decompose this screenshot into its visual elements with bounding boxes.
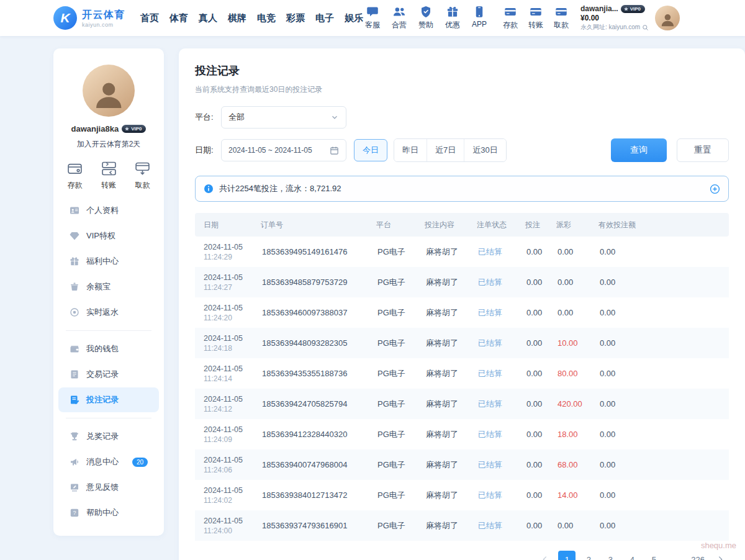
profile-label: 个人资料 bbox=[86, 205, 119, 216]
deposit-button[interactable]: 存款 bbox=[67, 161, 83, 191]
nav-home[interactable]: 首页 bbox=[140, 12, 159, 24]
sidebar-item-transaction-records[interactable]: 交易记录 bbox=[58, 362, 159, 387]
menu-divider bbox=[66, 330, 151, 331]
cell-payout: 18.00 bbox=[556, 426, 598, 443]
yuebao-label: 余额宝 bbox=[86, 281, 111, 292]
message-center-icon bbox=[70, 457, 79, 467]
site-logo[interactable]: K 开云体育 kaiyun.com bbox=[53, 6, 125, 30]
range-last-7-days-button[interactable]: 近7日 bbox=[427, 139, 464, 161]
cell-payout: 10.00 bbox=[556, 335, 598, 351]
main-nav: 首页体育真人棋牌电竞彩票电子娱乐 bbox=[140, 12, 363, 24]
nav-sports[interactable]: 体育 bbox=[169, 12, 188, 24]
next-page-button[interactable] bbox=[711, 551, 729, 560]
sidebar-item-profile[interactable]: 个人资料 bbox=[58, 198, 159, 223]
page-button-5[interactable]: 5 bbox=[645, 551, 662, 560]
cell-bet-amount: 0.00 bbox=[525, 243, 556, 260]
welfare-center-label: 福利中心 bbox=[86, 256, 119, 267]
expand-plus-icon[interactable] bbox=[710, 184, 720, 194]
range-yesterday-button[interactable]: 昨日 bbox=[394, 139, 427, 161]
cell-status: 已结算 bbox=[477, 334, 525, 353]
sidebar-item-help-center[interactable]: ?帮助中心 bbox=[58, 500, 159, 525]
page-button-226[interactable]: 226 bbox=[689, 551, 707, 560]
vip-wing-icon bbox=[124, 126, 130, 132]
bet-time: 11:24:18 bbox=[204, 344, 260, 353]
cell-order-number: 1853639448093282305 bbox=[261, 335, 376, 351]
sidebar-item-yuebao[interactable]: 余额宝 bbox=[58, 274, 159, 299]
bet-time: 11:24:06 bbox=[204, 466, 260, 474]
bet-time: 11:24:02 bbox=[204, 496, 260, 505]
promotions-button[interactable]: 优惠 bbox=[443, 6, 462, 30]
cell-valid-bet: 0.00 bbox=[598, 517, 729, 534]
page-button-4[interactable]: 4 bbox=[623, 551, 641, 560]
cell-date: 2024-11-0511:24:18 bbox=[195, 330, 261, 356]
cell-status: 已结算 bbox=[477, 364, 525, 383]
range-last-30-days-button[interactable]: 近30日 bbox=[464, 139, 505, 161]
cell-payout: 0.00 bbox=[556, 517, 598, 534]
app-download-button[interactable]: APP bbox=[470, 6, 489, 30]
search-button[interactable]: 查询 bbox=[611, 138, 667, 162]
cell-valid-bet: 0.00 bbox=[598, 274, 729, 291]
message-center-label: 消息中心 bbox=[86, 456, 119, 467]
wallet-shortcuts: 存款转账取款 bbox=[501, 6, 571, 30]
cell-order-number: 1853639400747968004 bbox=[261, 456, 376, 473]
nav-esports[interactable]: 电竞 bbox=[257, 12, 276, 24]
table-row: 2024-11-0511:24:001853639374793616901PG电… bbox=[195, 510, 729, 541]
cell-platform: PG电子 bbox=[376, 364, 425, 383]
sponsorship-button[interactable]: 赞助 bbox=[417, 6, 435, 30]
page-button-3[interactable]: 3 bbox=[602, 551, 619, 560]
username: dawanjia... bbox=[580, 4, 618, 13]
nav-lottery[interactable]: 彩票 bbox=[286, 12, 305, 24]
nav-live-casino[interactable]: 真人 bbox=[199, 12, 217, 24]
page: { "colors": {"accent": "#2a95f5", "payou… bbox=[0, 0, 745, 560]
cell-platform: PG电子 bbox=[376, 425, 425, 444]
deposit-button[interactable]: 存款 bbox=[501, 6, 520, 30]
app-download-icon bbox=[473, 6, 485, 18]
sidebar-item-vip-privileges[interactable]: VIP特权 bbox=[58, 224, 159, 248]
platform-select[interactable]: 全部 bbox=[221, 106, 346, 129]
calendar-icon bbox=[330, 146, 339, 155]
watermark: shequ.me bbox=[701, 541, 736, 550]
cell-payout: 0.00 bbox=[556, 304, 598, 321]
date-range-input[interactable]: 2024-11-05 ~ 2024-11-05 bbox=[221, 139, 346, 161]
bet-date: 2024-11-05 bbox=[204, 425, 260, 434]
customer-service-icon bbox=[366, 6, 379, 18]
page-button-2[interactable]: 2 bbox=[580, 551, 597, 560]
transfer-button[interactable]: 转账 bbox=[526, 6, 545, 30]
search-icon[interactable] bbox=[642, 24, 649, 31]
cell-payout: 0.00 bbox=[556, 243, 598, 260]
nav-entertainment[interactable]: 娱乐 bbox=[345, 12, 363, 24]
range-today-button[interactable]: 今日 bbox=[354, 139, 387, 161]
transfer-button[interactable]: 转账 bbox=[101, 161, 117, 191]
sidebar-item-feedback[interactable]: 意见反馈 bbox=[58, 475, 159, 500]
summary-bar: 共计2254笔投注，流水：8,721.92 bbox=[195, 176, 729, 202]
page-button-1[interactable]: 1 bbox=[558, 551, 576, 560]
column-header: 投注 bbox=[525, 220, 556, 230]
sidebar-item-prize-records[interactable]: 兑奖记录 bbox=[58, 424, 159, 449]
cell-bet-amount: 0.00 bbox=[525, 487, 556, 504]
column-header: 投注内容 bbox=[425, 220, 477, 230]
nav-slots[interactable]: 电子 bbox=[315, 12, 334, 24]
partnership-button[interactable]: 合营 bbox=[390, 6, 409, 30]
user-info[interactable]: dawanjia... VIP0 ¥0.00 永久网址: kaiyun.com bbox=[580, 4, 649, 32]
withdraw-button[interactable]: 取款 bbox=[552, 6, 571, 30]
promotions-icon bbox=[446, 6, 459, 18]
sidebar-item-message-center[interactable]: 消息中心20 bbox=[58, 449, 159, 474]
date-label: 日期: bbox=[195, 145, 221, 156]
cell-status: 已结算 bbox=[477, 395, 525, 413]
cell-date: 2024-11-0511:24:14 bbox=[195, 361, 261, 387]
reset-button[interactable]: 重置 bbox=[677, 138, 729, 162]
cell-order-number: 1853639374793616901 bbox=[261, 517, 376, 534]
bet-time: 11:24:00 bbox=[204, 526, 260, 535]
nav-board-games[interactable]: 棋牌 bbox=[228, 12, 246, 24]
user-avatar[interactable] bbox=[655, 6, 680, 30]
logo-subtitle: kaiyun.com bbox=[82, 22, 125, 28]
previous-page-button[interactable] bbox=[536, 551, 554, 560]
withdraw-button[interactable]: 取款 bbox=[135, 161, 150, 191]
customer-service-button[interactable]: 客服 bbox=[363, 6, 382, 30]
column-header: 订单号 bbox=[261, 220, 376, 230]
sidebar-item-welfare-center[interactable]: 福利中心 bbox=[58, 249, 159, 274]
sidebar-item-my-wallet[interactable]: 我的钱包 bbox=[58, 336, 159, 361]
sidebar-item-bet-records[interactable]: 投注记录 bbox=[58, 387, 159, 412]
sidebar-item-realtime-rebate[interactable]: 实时返水 bbox=[58, 300, 159, 325]
summary-text: 共计2254笔投注，流水：8,721.92 bbox=[219, 183, 341, 194]
